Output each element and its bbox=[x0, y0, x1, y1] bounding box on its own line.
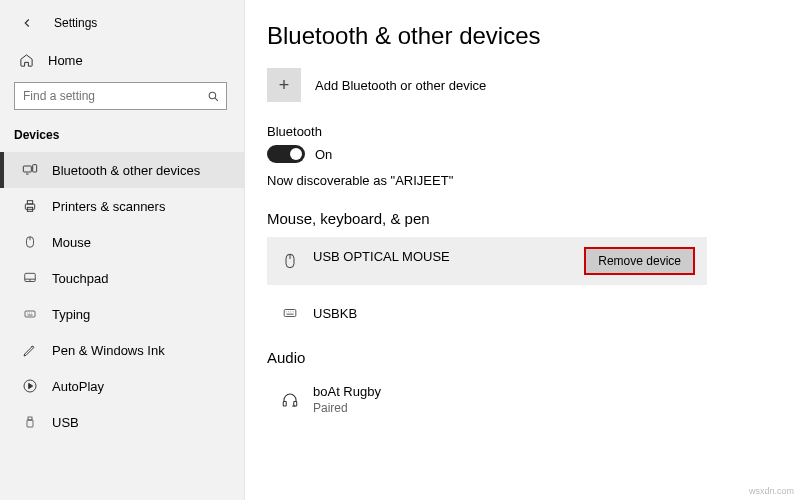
usb-icon bbox=[22, 414, 38, 430]
sidebar-item-label: Bluetooth & other devices bbox=[52, 163, 200, 178]
sidebar: Settings Home Devices Bluetooth & other … bbox=[0, 0, 245, 500]
svg-rect-2 bbox=[33, 165, 37, 172]
sidebar-item-label: Printers & scanners bbox=[52, 199, 165, 214]
keyboard-icon bbox=[22, 306, 38, 322]
home-icon bbox=[18, 52, 34, 68]
device-row-usbkb[interactable]: USBKB bbox=[267, 293, 707, 333]
add-device-label: Add Bluetooth or other device bbox=[315, 78, 486, 93]
device-card-usb-mouse[interactable]: USB OPTICAL MOUSE Remove device bbox=[267, 237, 707, 285]
remove-device-button[interactable]: Remove device bbox=[584, 247, 695, 275]
window-title: Settings bbox=[54, 16, 97, 30]
sidebar-item-printers[interactable]: Printers & scanners bbox=[0, 188, 244, 224]
discoverable-status: Now discoverable as "ARIJEET" bbox=[267, 173, 778, 188]
svg-rect-15 bbox=[294, 401, 297, 406]
autoplay-icon bbox=[22, 378, 38, 394]
svg-rect-4 bbox=[27, 201, 32, 204]
svg-rect-10 bbox=[28, 417, 32, 420]
svg-rect-3 bbox=[25, 204, 34, 209]
bluetooth-label: Bluetooth bbox=[267, 124, 778, 139]
sidebar-item-usb[interactable]: USB bbox=[0, 404, 244, 440]
svg-point-0 bbox=[209, 92, 216, 99]
printer-icon bbox=[22, 198, 38, 214]
mouse-icon bbox=[281, 249, 299, 273]
bluetooth-toggle[interactable] bbox=[267, 145, 305, 163]
device-name: USB OPTICAL MOUSE bbox=[313, 249, 450, 264]
device-row-audio[interactable]: boAt Rugby Paired bbox=[267, 376, 707, 423]
svg-rect-11 bbox=[27, 420, 33, 427]
sidebar-item-bluetooth[interactable]: Bluetooth & other devices bbox=[0, 152, 244, 188]
search-box[interactable] bbox=[14, 82, 227, 110]
sidebar-item-label: USB bbox=[52, 415, 79, 430]
home-label: Home bbox=[48, 53, 83, 68]
device-status: Paired bbox=[313, 401, 381, 415]
home-nav[interactable]: Home bbox=[0, 46, 244, 78]
search-input[interactable] bbox=[15, 89, 200, 103]
toggle-knob bbox=[290, 148, 302, 160]
bluetooth-state: On bbox=[315, 147, 332, 162]
page-title: Bluetooth & other devices bbox=[267, 22, 778, 50]
window-header: Settings bbox=[0, 8, 244, 46]
device-name: USBKB bbox=[313, 306, 357, 321]
sidebar-section-title: Devices bbox=[0, 122, 244, 152]
plus-icon: + bbox=[279, 75, 290, 96]
sidebar-item-label: Typing bbox=[52, 307, 90, 322]
watermark: wsxdn.com bbox=[749, 486, 794, 496]
sidebar-item-label: Pen & Windows Ink bbox=[52, 343, 165, 358]
main-content: Bluetooth & other devices + Add Bluetoot… bbox=[245, 0, 800, 500]
svg-rect-13 bbox=[284, 310, 296, 317]
svg-rect-14 bbox=[283, 401, 286, 406]
sidebar-item-label: AutoPlay bbox=[52, 379, 104, 394]
device-name: boAt Rugby bbox=[313, 384, 381, 399]
back-icon[interactable] bbox=[18, 14, 36, 32]
group-audio-title: Audio bbox=[267, 349, 778, 366]
nav-list: Bluetooth & other devices Printers & sca… bbox=[0, 152, 244, 440]
add-device-button[interactable]: + bbox=[267, 68, 301, 102]
mouse-icon bbox=[22, 234, 38, 250]
sidebar-item-typing[interactable]: Typing bbox=[0, 296, 244, 332]
add-device-row[interactable]: + Add Bluetooth or other device bbox=[267, 68, 778, 102]
bluetooth-toggle-row: On bbox=[267, 145, 778, 163]
sidebar-item-touchpad[interactable]: Touchpad bbox=[0, 260, 244, 296]
sidebar-item-label: Mouse bbox=[52, 235, 91, 250]
sidebar-item-label: Touchpad bbox=[52, 271, 108, 286]
search-wrap bbox=[0, 78, 244, 122]
devices-icon bbox=[22, 162, 38, 178]
sidebar-item-autoplay[interactable]: AutoPlay bbox=[0, 368, 244, 404]
search-icon[interactable] bbox=[200, 90, 226, 103]
touchpad-icon bbox=[22, 270, 38, 286]
sidebar-item-pen[interactable]: Pen & Windows Ink bbox=[0, 332, 244, 368]
group-mouse-title: Mouse, keyboard, & pen bbox=[267, 210, 778, 227]
keyboard-icon bbox=[281, 301, 299, 325]
sidebar-item-mouse[interactable]: Mouse bbox=[0, 224, 244, 260]
svg-rect-8 bbox=[25, 311, 35, 317]
svg-rect-1 bbox=[23, 166, 31, 172]
pen-icon bbox=[22, 342, 38, 358]
headset-icon bbox=[281, 388, 299, 412]
